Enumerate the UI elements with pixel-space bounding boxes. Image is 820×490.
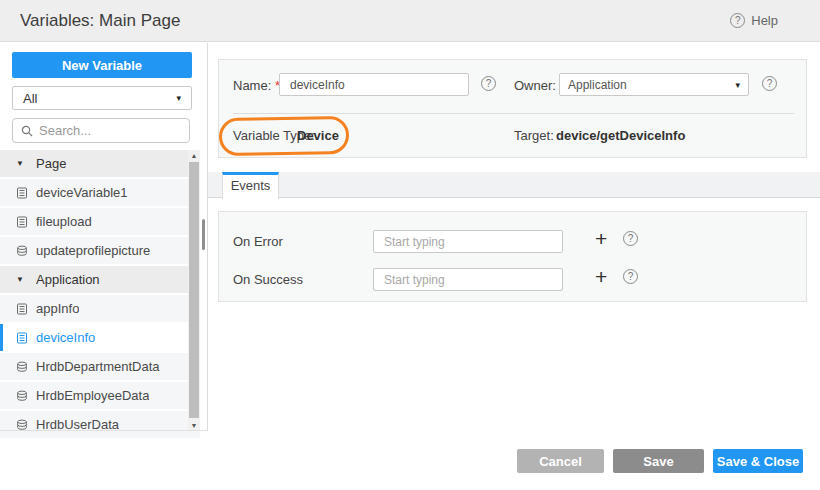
owner-select[interactable]: Application ▾ [559,73,749,96]
tree-section-application[interactable]: ▼ Application [0,266,200,293]
collapse-icon: ▼ [16,159,28,168]
service-variable-icon [16,361,28,373]
tree-item-deviceinfo-selected[interactable]: deviceInfo [0,324,200,351]
tree-item-hrdbdepartmentdata[interactable]: HrdbDepartmentData [0,353,200,380]
on-error-help-icon[interactable]: ? [623,231,638,246]
tab-events[interactable]: Events [222,172,279,199]
tree-item-devicevariable1[interactable]: deviceVariable1 [0,179,200,206]
device-variable-icon [16,187,28,199]
tab-bar [208,172,820,198]
page-title: Variables: Main Page [20,11,180,31]
tree-item-label: HrdbEmployeeData [36,388,149,403]
device-variable-icon [16,216,28,228]
tree-section-label: Page [36,156,66,171]
tree-item-label: HrdbDepartmentData [36,359,160,374]
form-divider [233,113,794,114]
panel-scrollbar-thumb[interactable] [202,219,205,250]
variable-form-panel: Name: * ? Owner: * Application ▾ ? Varia… [218,59,807,158]
owner-selected-value: Application [568,78,627,92]
sidebar-bottom-border [0,430,208,431]
variable-filter-select[interactable]: All ▾ [12,86,192,110]
help-icon: ? [730,13,745,28]
on-success-input[interactable] [373,268,563,291]
service-variable-icon [16,245,28,257]
chevron-down-icon: ▾ [735,80,740,90]
save-and-close-button[interactable]: Save & Close [713,449,803,473]
name-label: Name: * [233,78,280,94]
tree-item-label: deviceVariable1 [36,185,128,200]
cancel-button[interactable]: Cancel [517,449,604,473]
variable-tree: ▼ Page deviceVariable1 fileupload update… [0,150,200,440]
tree-scrollbar[interactable]: ▲ ▼ [188,150,200,431]
name-input[interactable] [279,73,469,96]
tree-item-label: fileupload [36,214,92,229]
chevron-down-icon: ▾ [176,93,181,103]
save-button[interactable]: Save [613,449,704,473]
owner-label: Owner: * [514,78,565,94]
name-help-icon[interactable]: ? [481,76,496,91]
target-value: device/getDeviceInfo [556,128,685,144]
on-error-label: On Error [233,234,283,250]
on-success-label: On Success [233,272,303,288]
on-success-add-button[interactable]: + [595,265,607,289]
search-input[interactable] [39,123,181,138]
events-panel: On Error + ? On Success + ? [218,211,807,302]
service-variable-icon [16,390,28,402]
tree-item-hrdbemployeedata[interactable]: HrdbEmployeeData [0,382,200,409]
device-variable-icon [16,332,28,344]
on-error-input[interactable] [373,230,563,253]
on-error-add-button[interactable]: + [595,227,607,251]
tree-item-updateprofilepicture[interactable]: updateprofilepicture [0,237,200,264]
tree-item-hrdbuserdata[interactable]: HrdbUserData [0,411,200,438]
filter-selected-value: All [23,91,37,106]
tree-item-label: deviceInfo [36,330,95,345]
owner-help-icon[interactable]: ? [762,76,777,91]
scroll-down-icon[interactable]: ▼ [188,422,200,429]
tree-item-appinfo[interactable]: appInfo [0,295,200,322]
search-icon [21,125,33,137]
collapse-icon: ▼ [16,275,28,284]
tree-section-page[interactable]: ▼ Page [0,150,200,177]
search-box [12,118,190,143]
scroll-up-icon[interactable]: ▲ [188,152,200,159]
tree-scrollbar-thumb[interactable] [189,162,199,418]
help-label: Help [751,13,778,28]
help-button[interactable]: ? Help [730,13,778,28]
target-label: Target: [514,128,554,144]
service-variable-icon [16,419,28,431]
variable-type-value: Device [297,128,339,144]
on-success-help-icon[interactable]: ? [623,269,638,284]
tree-item-label: appInfo [36,301,79,316]
device-variable-icon [16,303,28,315]
tree-section-label: Application [36,272,100,287]
tree-item-label: updateprofilepicture [36,243,150,258]
new-variable-button[interactable]: New Variable [12,52,192,78]
sidebar-divider [207,43,208,431]
tree-item-fileupload[interactable]: fileupload [0,208,200,235]
